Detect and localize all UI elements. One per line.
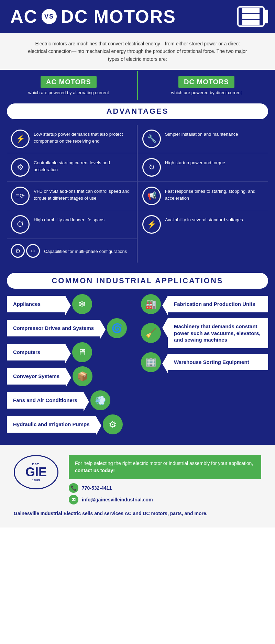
- ac-advantages-col: ⚡ Low startup power demands that also pr…: [7, 125, 138, 263]
- dc-adv-item-4: ⚡ Availability in several standard volta…: [138, 210, 268, 238]
- ac-motor-sub: which are powered by alternating current: [7, 90, 130, 95]
- ac-app-pumps: Hydraulic and Irrigation Pumps ⚙: [7, 414, 134, 434]
- dc-adv-text-1: Simpler installation and maintenance: [165, 130, 238, 138]
- dc-motor-sub: which are powered by direct current: [145, 90, 268, 95]
- footer-cta-box: For help selecting the right electric mo…: [69, 455, 261, 479]
- ac-fans-label: Fans and Air Conditioners: [7, 392, 84, 409]
- ac-adv-multi-text: Capabilities for multi-phase configurati…: [44, 247, 127, 255]
- conveyor-icon: 📦: [73, 366, 92, 386]
- dc-adv-text-2: High startup power and torque: [165, 158, 225, 166]
- dc-app-fabrication: 🏭 Fabrication and Production Units: [141, 294, 268, 314]
- dc-app-machinery: 🧹 Machinery that demands constant power …: [141, 318, 268, 348]
- pumps-icon: ⚙: [103, 414, 123, 434]
- appliances-icon: ❄: [72, 294, 92, 314]
- wrench-icon: 🔧: [142, 130, 161, 148]
- ac-applications-col: Appliances ❄ Compressor Drives and Syste…: [7, 294, 134, 434]
- dc-motor-type: DC MOTORS which are powered by direct cu…: [138, 71, 275, 100]
- footer: EST. GIE 1939 For help selecting the rig…: [0, 445, 275, 528]
- company-desc: sells and services AC and DC motors, par…: [81, 511, 207, 516]
- ac-compressor-label: Compressor Drives and Systems: [7, 320, 100, 336]
- logo-year: 1939: [32, 478, 40, 482]
- compressor-icon: 🌀: [107, 318, 127, 338]
- dc-adv-text-3: Fast response times to starting, stoppin…: [165, 187, 264, 201]
- clock-icon: ⏱: [11, 215, 30, 234]
- footer-email-item: ✉ info@gainesvilleindustrial.com: [69, 495, 261, 504]
- ac-app-appliances: Appliances ❄: [7, 294, 134, 314]
- motor-icon: [237, 6, 265, 27]
- ac-adv-multi: ⚙ ⚙ Capabilities for multi-phase configu…: [7, 239, 137, 263]
- advantages-title: ADVANTAGES: [7, 103, 268, 119]
- ac-motor-label: AC MOTORS: [41, 76, 97, 88]
- dc-motor-label: DC MOTORS: [178, 76, 234, 88]
- ac-motor-type: AC MOTORS which are powered by alternati…: [0, 71, 138, 100]
- motor-types: AC MOTORS which are powered by alternati…: [0, 71, 275, 100]
- machinery-icon: 🧹: [141, 323, 161, 343]
- logo-gie: GIE: [25, 466, 47, 478]
- footer-email[interactable]: info@gainesvilleindustrial.com: [82, 497, 153, 502]
- ac-app-conveyor: Conveyor Systems 📦: [7, 366, 134, 386]
- footer-cta-text: For help selecting the right electric mo…: [75, 460, 253, 466]
- ac-adv-item-4: ⏱ High durability and longer life spans: [7, 210, 137, 239]
- advantages-section: ADVANTAGES ⚡ Low startup power demands t…: [0, 100, 275, 269]
- lightning-icon: ⚡: [11, 130, 30, 148]
- ac-adv-text-1: Low startup power demands that also prot…: [34, 130, 133, 144]
- email-icon: ✉: [69, 495, 78, 504]
- company-name: Gainesville Industrial Electric: [14, 511, 81, 516]
- dc-warehouse-label: Warehouse Sorting Equipment: [168, 354, 268, 370]
- footer-description: Gainesville Industrial Electric sells an…: [14, 510, 261, 517]
- dc-applications-col: 🏭 Fabrication and Production Units 🧹 Mac…: [141, 294, 268, 434]
- applications-section: COMMON INDUSTRIAL APPLICATIONS Appliance…: [0, 269, 275, 445]
- applications-grid: Appliances ❄ Compressor Drives and Syste…: [7, 294, 268, 434]
- fans-icon: 💨: [90, 390, 110, 410]
- header-dc: DC MOTORS: [61, 6, 176, 27]
- dc-adv-item-3: 📢 Fast response times to starting, stopp…: [138, 182, 268, 210]
- footer-right: For help selecting the right electric mo…: [69, 455, 261, 504]
- dc-adv-text-4: Availability in several standard voltage…: [165, 215, 243, 223]
- intro-section: Electric motors are machines that conver…: [0, 33, 275, 71]
- ac-conveyor-label: Conveyor Systems: [7, 368, 66, 385]
- ac-adv-item-2: ⚙ Controllable starting current levels a…: [7, 153, 137, 182]
- footer-phone[interactable]: 770-532-4411: [82, 485, 112, 491]
- applications-title: COMMON INDUSTRIAL APPLICATIONS: [7, 273, 268, 289]
- refresh-icon: ↻: [142, 158, 161, 177]
- voltage-icon: ⚡: [142, 215, 161, 234]
- phone-icon: 📞: [69, 483, 78, 493]
- dc-adv-item-2: ↻ High startup power and torque: [138, 153, 268, 182]
- gear-sm-icon-2: ⚙: [26, 244, 40, 258]
- gear-sm-icon-1: ⚙: [11, 244, 25, 258]
- multi-phase-icons: ⚙ ⚙: [11, 244, 40, 258]
- warehouse-icon: 🏢: [141, 352, 161, 372]
- ac-app-compressor: Compressor Drives and Systems 🌀: [7, 318, 134, 338]
- ac-adv-item-1: ⚡ Low startup power demands that also pr…: [7, 125, 137, 153]
- header-vs: VS: [42, 9, 57, 24]
- advantages-grid: ⚡ Low startup power demands that also pr…: [7, 125, 268, 263]
- ac-adv-item-3: ≡⟳ VFD or VSD add-ons that can control s…: [7, 182, 137, 210]
- ac-app-computers: Computers 🖥: [7, 342, 134, 362]
- dc-machinery-label: Machinery that demands constant power su…: [168, 318, 268, 348]
- dc-advantages-col: 🔧 Simpler installation and maintenance ↻…: [138, 125, 268, 263]
- ac-computers-label: Computers: [7, 344, 65, 360]
- footer-phone-item: 📞 770-532-4411: [69, 483, 261, 493]
- speed-icon: ≡⟳: [11, 187, 30, 205]
- dc-adv-item-1: 🔧 Simpler installation and maintenance: [138, 125, 268, 153]
- company-logo: EST. GIE 1939: [14, 455, 58, 489]
- dc-fabrication-label: Fabrication and Production Units: [168, 296, 268, 312]
- gear-icon: ⚙: [11, 158, 30, 177]
- megaphone-icon: 📢: [142, 187, 161, 205]
- footer-contact: 📞 770-532-4411 ✉ info@gainesvilleindustr…: [69, 483, 261, 504]
- intro-text: Electric motors are machines that conver…: [28, 40, 248, 63]
- ac-appliances-label: Appliances: [7, 296, 65, 312]
- motor-icon-side: [263, 10, 268, 23]
- dc-app-warehouse: 🏢 Warehouse Sorting Equipment: [141, 352, 268, 372]
- footer-top: EST. GIE 1939 For help selecting the rig…: [14, 455, 261, 504]
- footer-cta-bold[interactable]: contact us today!: [75, 468, 115, 473]
- ac-app-fans: Fans and Air Conditioners 💨: [7, 390, 134, 410]
- header-ac: AC: [10, 6, 37, 27]
- computers-icon: 🖥: [72, 342, 92, 362]
- header: AC VS DC MOTORS: [0, 0, 275, 33]
- ac-adv-text-2: Controllable starting current levels and…: [34, 158, 133, 173]
- ac-adv-text-3: VFD or VSD add-ons that can control spee…: [34, 187, 133, 201]
- ac-pumps-label: Hydraulic and Irrigation Pumps: [7, 416, 96, 433]
- fabrication-icon: 🏭: [141, 294, 161, 314]
- header-title: AC VS DC MOTORS: [10, 6, 176, 27]
